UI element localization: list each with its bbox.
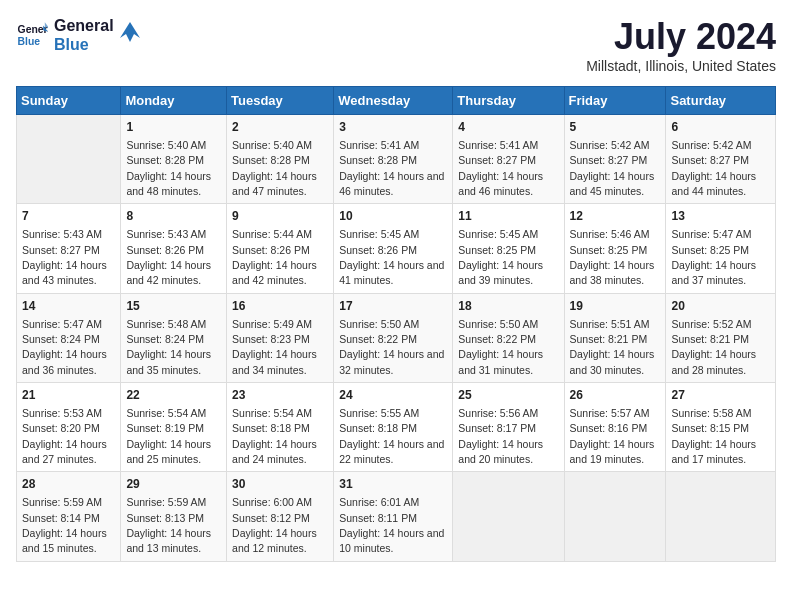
logo-blue: Blue [54, 35, 114, 54]
header-thursday: Thursday [453, 87, 564, 115]
day-number: 24 [339, 387, 447, 404]
day-info: Sunrise: 5:43 AMSunset: 8:26 PMDaylight:… [126, 228, 211, 286]
day-number: 14 [22, 298, 115, 315]
day-number: 25 [458, 387, 558, 404]
calendar-cell: 12Sunrise: 5:46 AMSunset: 8:25 PMDayligh… [564, 204, 666, 293]
day-number: 21 [22, 387, 115, 404]
day-info: Sunrise: 5:42 AMSunset: 8:27 PMDaylight:… [570, 139, 655, 197]
day-info: Sunrise: 5:54 AMSunset: 8:18 PMDaylight:… [232, 407, 317, 465]
week-row-1: 7Sunrise: 5:43 AMSunset: 8:27 PMDaylight… [17, 204, 776, 293]
day-number: 19 [570, 298, 661, 315]
day-number: 27 [671, 387, 770, 404]
day-number: 22 [126, 387, 221, 404]
calendar-cell: 8Sunrise: 5:43 AMSunset: 8:26 PMDaylight… [121, 204, 227, 293]
day-number: 15 [126, 298, 221, 315]
day-info: Sunrise: 6:01 AMSunset: 8:11 PMDaylight:… [339, 496, 444, 554]
day-number: 30 [232, 476, 328, 493]
main-title: July 2024 [586, 16, 776, 58]
header-saturday: Saturday [666, 87, 776, 115]
day-number: 12 [570, 208, 661, 225]
header-wednesday: Wednesday [334, 87, 453, 115]
calendar-cell: 11Sunrise: 5:45 AMSunset: 8:25 PMDayligh… [453, 204, 564, 293]
header-tuesday: Tuesday [227, 87, 334, 115]
calendar-cell: 13Sunrise: 5:47 AMSunset: 8:25 PMDayligh… [666, 204, 776, 293]
day-info: Sunrise: 5:44 AMSunset: 8:26 PMDaylight:… [232, 228, 317, 286]
logo-icon: General Blue [16, 19, 48, 51]
day-number: 3 [339, 119, 447, 136]
calendar-header: SundayMondayTuesdayWednesdayThursdayFrid… [17, 87, 776, 115]
calendar-cell: 29Sunrise: 5:59 AMSunset: 8:13 PMDayligh… [121, 472, 227, 561]
day-number: 18 [458, 298, 558, 315]
calendar-cell: 10Sunrise: 5:45 AMSunset: 8:26 PMDayligh… [334, 204, 453, 293]
calendar-cell: 30Sunrise: 6:00 AMSunset: 8:12 PMDayligh… [227, 472, 334, 561]
day-number: 16 [232, 298, 328, 315]
calendar-cell: 20Sunrise: 5:52 AMSunset: 8:21 PMDayligh… [666, 293, 776, 382]
title-block: July 2024 Millstadt, Illinois, United St… [586, 16, 776, 74]
week-row-4: 28Sunrise: 5:59 AMSunset: 8:14 PMDayligh… [17, 472, 776, 561]
calendar-cell: 27Sunrise: 5:58 AMSunset: 8:15 PMDayligh… [666, 383, 776, 472]
week-row-0: 1Sunrise: 5:40 AMSunset: 8:28 PMDaylight… [17, 115, 776, 204]
logo-bird-icon [120, 20, 140, 50]
calendar-cell: 25Sunrise: 5:56 AMSunset: 8:17 PMDayligh… [453, 383, 564, 472]
calendar-body: 1Sunrise: 5:40 AMSunset: 8:28 PMDaylight… [17, 115, 776, 562]
day-number: 26 [570, 387, 661, 404]
day-number: 28 [22, 476, 115, 493]
calendar-cell: 9Sunrise: 5:44 AMSunset: 8:26 PMDaylight… [227, 204, 334, 293]
day-info: Sunrise: 5:50 AMSunset: 8:22 PMDaylight:… [339, 318, 444, 376]
calendar-cell: 21Sunrise: 5:53 AMSunset: 8:20 PMDayligh… [17, 383, 121, 472]
day-number: 31 [339, 476, 447, 493]
calendar-cell: 4Sunrise: 5:41 AMSunset: 8:27 PMDaylight… [453, 115, 564, 204]
day-number: 4 [458, 119, 558, 136]
logo: General Blue General Blue [16, 16, 140, 54]
calendar-cell: 5Sunrise: 5:42 AMSunset: 8:27 PMDaylight… [564, 115, 666, 204]
day-info: Sunrise: 5:47 AMSunset: 8:25 PMDaylight:… [671, 228, 756, 286]
day-info: Sunrise: 5:42 AMSunset: 8:27 PMDaylight:… [671, 139, 756, 197]
calendar-cell: 16Sunrise: 5:49 AMSunset: 8:23 PMDayligh… [227, 293, 334, 382]
calendar-cell: 19Sunrise: 5:51 AMSunset: 8:21 PMDayligh… [564, 293, 666, 382]
day-info: Sunrise: 5:46 AMSunset: 8:25 PMDaylight:… [570, 228, 655, 286]
header-friday: Friday [564, 87, 666, 115]
day-number: 5 [570, 119, 661, 136]
calendar-cell: 22Sunrise: 5:54 AMSunset: 8:19 PMDayligh… [121, 383, 227, 472]
day-number: 17 [339, 298, 447, 315]
day-info: Sunrise: 5:40 AMSunset: 8:28 PMDaylight:… [126, 139, 211, 197]
calendar-cell: 3Sunrise: 5:41 AMSunset: 8:28 PMDaylight… [334, 115, 453, 204]
header-monday: Monday [121, 87, 227, 115]
day-number: 11 [458, 208, 558, 225]
calendar-cell: 26Sunrise: 5:57 AMSunset: 8:16 PMDayligh… [564, 383, 666, 472]
day-number: 9 [232, 208, 328, 225]
calendar-cell: 14Sunrise: 5:47 AMSunset: 8:24 PMDayligh… [17, 293, 121, 382]
day-info: Sunrise: 5:45 AMSunset: 8:25 PMDaylight:… [458, 228, 543, 286]
day-number: 6 [671, 119, 770, 136]
day-info: Sunrise: 5:48 AMSunset: 8:24 PMDaylight:… [126, 318, 211, 376]
calendar-table: SundayMondayTuesdayWednesdayThursdayFrid… [16, 86, 776, 562]
day-info: Sunrise: 5:54 AMSunset: 8:19 PMDaylight:… [126, 407, 211, 465]
calendar-cell: 18Sunrise: 5:50 AMSunset: 8:22 PMDayligh… [453, 293, 564, 382]
day-info: Sunrise: 5:55 AMSunset: 8:18 PMDaylight:… [339, 407, 444, 465]
calendar-cell [453, 472, 564, 561]
week-row-3: 21Sunrise: 5:53 AMSunset: 8:20 PMDayligh… [17, 383, 776, 472]
calendar-cell: 24Sunrise: 5:55 AMSunset: 8:18 PMDayligh… [334, 383, 453, 472]
day-number: 13 [671, 208, 770, 225]
subtitle: Millstadt, Illinois, United States [586, 58, 776, 74]
calendar-cell [17, 115, 121, 204]
svg-marker-4 [120, 22, 140, 42]
calendar-cell: 1Sunrise: 5:40 AMSunset: 8:28 PMDaylight… [121, 115, 227, 204]
calendar-cell: 2Sunrise: 5:40 AMSunset: 8:28 PMDaylight… [227, 115, 334, 204]
day-info: Sunrise: 5:45 AMSunset: 8:26 PMDaylight:… [339, 228, 444, 286]
logo-general: General [54, 16, 114, 35]
day-info: Sunrise: 5:49 AMSunset: 8:23 PMDaylight:… [232, 318, 317, 376]
calendar-cell: 28Sunrise: 5:59 AMSunset: 8:14 PMDayligh… [17, 472, 121, 561]
day-number: 29 [126, 476, 221, 493]
day-number: 10 [339, 208, 447, 225]
day-number: 1 [126, 119, 221, 136]
day-info: Sunrise: 5:47 AMSunset: 8:24 PMDaylight:… [22, 318, 107, 376]
day-number: 8 [126, 208, 221, 225]
day-info: Sunrise: 5:41 AMSunset: 8:27 PMDaylight:… [458, 139, 543, 197]
day-number: 20 [671, 298, 770, 315]
calendar-cell [666, 472, 776, 561]
header-sunday: Sunday [17, 87, 121, 115]
day-info: Sunrise: 5:43 AMSunset: 8:27 PMDaylight:… [22, 228, 107, 286]
calendar-cell [564, 472, 666, 561]
day-info: Sunrise: 5:40 AMSunset: 8:28 PMDaylight:… [232, 139, 317, 197]
